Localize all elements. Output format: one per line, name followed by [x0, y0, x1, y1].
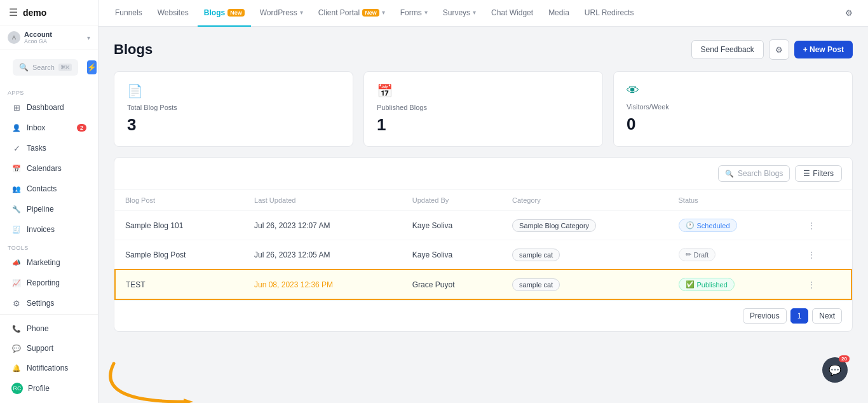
settings-icon: ⚙	[11, 298, 22, 308]
sidebar-item-inbox[interactable]: 👤 Inbox 2	[4, 118, 94, 137]
sidebar-item-phone[interactable]: 📞 Phone	[4, 319, 94, 338]
next-page-button[interactable]: Next	[812, 308, 842, 324]
cell-row-menu[interactable]: ⋮	[794, 270, 851, 299]
pencil-icon: ✏	[686, 250, 691, 259]
topnav-blogs-label: Blogs	[204, 8, 225, 17]
cell-row-menu[interactable]: ⋮	[794, 240, 851, 270]
sidebar-item-dashboard[interactable]: ⊞ Dashboard	[4, 98, 94, 117]
sidebar-item-label: Settings	[27, 299, 54, 308]
sidebar-item-label: Contacts	[27, 184, 57, 193]
invoices-icon: 🧾	[11, 224, 22, 235]
col-category: Category	[502, 190, 668, 211]
search-blogs-input[interactable]: 🔍 Search Blogs	[718, 165, 790, 182]
gear-icon: ⚙	[845, 8, 853, 18]
search-bar[interactable]: 🔍 Search ⌘K	[13, 59, 78, 76]
sidebar: ☰ demo A Account Acoo GA ▾ 🔍 Search ⌘K ⚡…	[0, 0, 98, 403]
contacts-icon: 👥	[11, 184, 22, 194]
page-settings-button[interactable]: ⚙	[769, 39, 789, 60]
chat-widget-button[interactable]: 💬 20	[832, 367, 858, 393]
search-blogs-icon: 🔍	[725, 170, 734, 178]
client-portal-new-badge: New	[362, 9, 379, 17]
sidebar-item-label: Inbox	[27, 123, 45, 132]
sidebar-item-label: Pipeline	[27, 205, 54, 214]
topnav-gear-button[interactable]: ⚙	[840, 4, 858, 22]
lightning-button[interactable]: ⚡	[87, 60, 97, 74]
cell-blog-post: TEST	[115, 270, 244, 299]
topnav-media[interactable]: Media	[542, 0, 576, 27]
table-row-highlighted[interactable]: TEST Jun 08, 2023 12:36 PM Grace Puyot s…	[115, 270, 851, 299]
new-post-button[interactable]: + New Post	[794, 41, 853, 58]
stat-card-visitors-week: 👁 Visitors/Week 0	[613, 71, 853, 147]
sidebar-item-label: Calendars	[27, 164, 62, 173]
page-header: Blogs Send Feedback ⚙ + New Post	[114, 39, 853, 60]
sidebar-item-pipeline[interactable]: 🔧 Pipeline	[4, 200, 94, 219]
topnav-wordpress[interactable]: WordPress ▾	[254, 0, 309, 27]
stat-card-published-blogs: 📅 Published Blogs 1	[363, 71, 603, 147]
sidebar-item-settings[interactable]: ⚙ Settings	[4, 294, 94, 313]
sidebar-item-profile[interactable]: RC Profile	[4, 378, 94, 399]
stat-card-total-blog-posts: 📄 Total Blog Posts 3	[114, 71, 353, 147]
table-row[interactable]: Sample Blog Post Jul 26, 2023 12:05 AM K…	[115, 240, 851, 270]
account-info: Account Acoo GA	[24, 31, 83, 44]
sidebar-item-label: Invoices	[27, 225, 55, 234]
account-chevron: ▾	[87, 34, 90, 41]
table-row[interactable]: Sample Blog 101 Jul 26, 2023 12:07 AM Ka…	[115, 211, 851, 240]
topnav-url-redirects[interactable]: URL Redirects	[578, 0, 641, 27]
settings-gear-icon: ⚙	[775, 45, 783, 55]
inbox-icon: 👤	[11, 123, 22, 133]
sidebar-item-marketing[interactable]: 📣 Marketing	[4, 253, 94, 272]
topnav-client-portal[interactable]: Client Portal New ▾	[312, 0, 391, 27]
dashboard-icon: ⊞	[11, 102, 22, 113]
topnav-blogs[interactable]: Blogs New	[198, 0, 251, 27]
search-label: Search	[32, 64, 55, 71]
tasks-icon: ✓	[11, 143, 22, 153]
account-sub: Acoo GA	[24, 38, 83, 44]
cell-category: Sample Blog Category	[502, 211, 668, 240]
calendars-icon: 📅	[11, 163, 22, 174]
total-blog-posts-icon: 📄	[127, 83, 340, 99]
status-badge: 🕐 Scheduled	[679, 219, 737, 232]
inbox-badge: 2	[77, 124, 86, 132]
check-circle-icon: ✅	[686, 280, 695, 289]
row-menu-icon[interactable]: ⋮	[804, 219, 819, 233]
sidebar-item-notifications[interactable]: 🔔 Notifications	[4, 359, 94, 378]
topnav-surveys[interactable]: Surveys ▾	[437, 0, 482, 27]
category-badge: sample cat	[512, 249, 560, 261]
send-feedback-button[interactable]: Send Feedback	[691, 40, 764, 59]
chat-icon: 💬	[829, 364, 841, 376]
sidebar-item-contacts[interactable]: 👥 Contacts	[4, 179, 94, 198]
page-1-button[interactable]: 1	[790, 308, 809, 324]
apps-section-label: Apps	[0, 85, 98, 97]
cell-row-menu[interactable]: ⋮	[794, 211, 851, 240]
account-switcher[interactable]: A Account Acoo GA ▾	[0, 25, 98, 50]
topnav-chat-widget[interactable]: Chat Widget	[485, 0, 539, 27]
col-status: Status	[668, 190, 794, 211]
reporting-icon: 📈	[11, 278, 22, 288]
blog-posts-table: Blog Post Last Updated Updated By Catego…	[114, 190, 852, 300]
pipeline-icon: 🔧	[11, 204, 22, 214]
topnav-websites[interactable]: Websites	[151, 0, 195, 27]
filters-button[interactable]: ☰ Filters	[795, 165, 842, 182]
sidebar-item-support[interactable]: 💬 Support	[4, 339, 94, 358]
forms-arrow-icon: ▾	[424, 9, 428, 16]
topnav-forms[interactable]: Forms ▾	[394, 0, 434, 27]
clock-icon: 🕐	[686, 221, 695, 229]
sidebar-item-reporting[interactable]: 📈 Reporting	[4, 273, 94, 292]
sidebar-item-calendars[interactable]: 📅 Calendars	[4, 159, 94, 178]
topnav-wordpress-label: WordPress	[260, 8, 297, 17]
sidebar-item-label: Support	[27, 344, 53, 353]
table-body: Sample Blog 101 Jul 26, 2023 12:07 AM Ka…	[115, 211, 851, 300]
blogs-new-badge: New	[227, 9, 245, 17]
previous-page-button[interactable]: Previous	[743, 308, 787, 324]
published-blogs-icon: 📅	[377, 83, 590, 99]
sidebar-item-tasks[interactable]: ✓ Tasks	[4, 139, 94, 158]
row-menu-icon[interactable]: ⋮	[804, 278, 819, 292]
phone-icon: 📞	[11, 324, 22, 334]
wordpress-arrow-icon: ▾	[300, 9, 303, 16]
sidebar-item-invoices[interactable]: 🧾 Invoices	[4, 220, 94, 239]
topnav-funnels[interactable]: Funnels	[109, 0, 149, 27]
row-menu-icon[interactable]: ⋮	[804, 248, 819, 262]
hamburger-icon[interactable]: ☰	[9, 6, 18, 18]
page-actions: Send Feedback ⚙ + New Post	[691, 39, 853, 60]
tools-section-label: Tools	[0, 240, 98, 252]
